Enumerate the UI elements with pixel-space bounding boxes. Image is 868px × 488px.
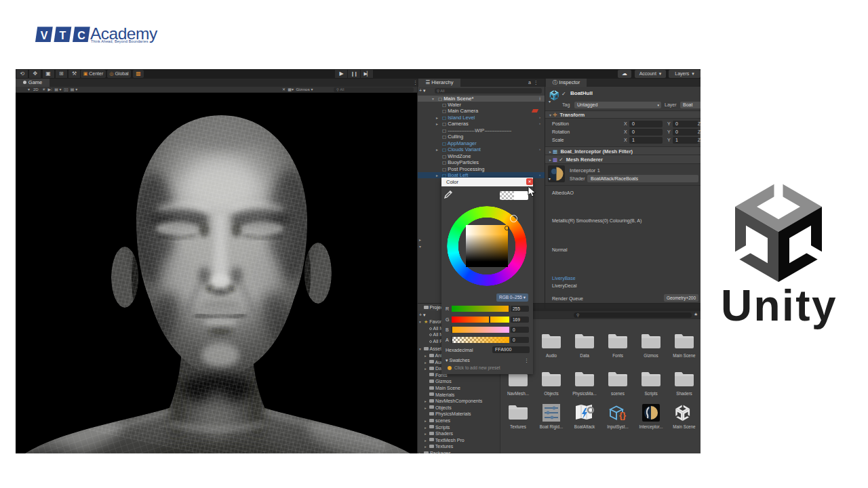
svg-text:Think Ahead, Beyond Boundaries: Think Ahead, Beyond Boundaries: [91, 39, 149, 43]
svg-text:{}: {}: [619, 410, 626, 420]
svg-text:T: T: [60, 30, 66, 41]
svg-text:C: C: [77, 30, 85, 41]
svg-text:V: V: [41, 30, 48, 41]
